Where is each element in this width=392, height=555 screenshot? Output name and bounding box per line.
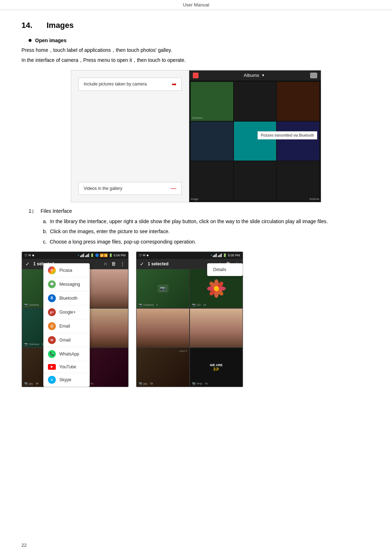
rcell5-mp4: mp4 5 <box>179 349 187 353</box>
ss-thumbnails: Camera firstlook image <box>189 80 321 202</box>
dd-item-youtube[interactable]: ▶ YouTube <box>44 361 89 373</box>
page-header: User Manual <box>0 0 392 10</box>
flower-svg <box>206 278 227 299</box>
more-icon[interactable]: ⋮ <box>120 261 125 266</box>
phone-right-grid: 📷 📷 Camera 2 <box>136 269 243 387</box>
phone-left-status-bar: ▽ ✉ ■ • <box>22 252 128 259</box>
dropdown-arrow: ▼ <box>261 73 265 77</box>
sub-item-b-text: Click on the images, enter the picture t… <box>50 227 170 235</box>
svg-point-9 <box>214 286 219 291</box>
ss-albums-bar: Albums ▼ <box>189 70 321 80</box>
ss-thumb-label-3: firstlook <box>309 197 319 201</box>
sub-item-c-text: Choose a long press image files, pop-up … <box>50 238 196 246</box>
dd-bluetooth-label: Bluetooth <box>59 296 78 301</box>
ss-thumb-2 <box>234 82 276 121</box>
details-label: Details <box>213 267 226 272</box>
section-title: 14. Images <box>21 21 371 30</box>
page-content: 14. Images Open images Press home，touch … <box>0 10 392 402</box>
header-title: User Manual <box>183 2 209 8</box>
google-icon: g+ <box>48 308 56 316</box>
dd-item-picasa[interactable]: P Picasa <box>44 264 89 278</box>
skype-icon: S <box>48 376 56 384</box>
ss-thumb-4 <box>191 122 233 161</box>
status-icons-right-right: • 🔋 5:05 PM <box>211 254 240 257</box>
ss-albums-center: Albums ▼ <box>244 73 265 78</box>
whatsapp-icon: 📞 <box>48 350 56 358</box>
phone-right-cell-4 <box>190 308 243 348</box>
dd-item-gmail[interactable]: M Gmail <box>44 333 89 347</box>
bluetooth-label-text: Pictures transmitted via Bluetooth <box>261 133 314 137</box>
dd-item-messaging[interactable]: 💬 Messaging <box>44 278 89 291</box>
numbered-title-1: 1） Files Interface <box>29 208 371 215</box>
dd-whatsapp-label: WhatsApp <box>59 352 79 357</box>
phone-left: ▽ ✉ ■ • <box>21 251 129 387</box>
details-item[interactable]: Details <box>207 264 242 276</box>
bullet-item-open-images: Open images <box>29 38 371 43</box>
letter-a: a. <box>43 217 47 225</box>
toolbar-check-left: ✓ <box>25 261 30 267</box>
dd-item-whatsapp[interactable]: 📞 WhatsApp <box>44 347 89 361</box>
numbered-section-1: 1） Files Interface a. In the library the… <box>29 208 371 246</box>
phone-left-dropdown: P Picasa 💬 Messaging B Bluetooth <box>43 263 90 387</box>
lettered-item-c: c. Choose a long press image files, pop-… <box>43 238 371 246</box>
para-1: Press home，touch label of applications，t… <box>21 46 371 54</box>
ss-thumb-6: image <box>277 122 319 161</box>
ss-thumb-7 <box>191 161 233 200</box>
albums-title: Albums <box>244 73 259 78</box>
dd-skype-label: Skype <box>59 377 71 382</box>
picasa-icon: P <box>48 266 56 274</box>
youtube-icon: ▶ <box>48 364 56 370</box>
signal-bars-r2 <box>218 254 222 257</box>
status-icons-right-left: ▽ ✉ ■ <box>139 254 148 257</box>
phone-right: ▽ ✉ ■ • <box>136 251 243 387</box>
signal-bars <box>80 254 84 257</box>
ss-thumb-label-1: Camera <box>192 116 202 119</box>
minus-icon: — <box>171 185 176 192</box>
selected-count-right: 1 selected <box>148 261 168 266</box>
camera-placeholder-r: 📷 <box>158 285 168 293</box>
rcell6-label: 📷 bmp 41 <box>192 382 208 385</box>
para-2: In the interface of camera，Press menu to… <box>21 56 371 64</box>
bullet-dot <box>29 39 31 42</box>
sub-item-a-text: In the library the interface, upper righ… <box>50 217 328 225</box>
messaging-icon: 💬 <box>48 280 56 288</box>
cell1-label: 📷 Camera <box>24 303 39 306</box>
gmail-icon: M <box>48 336 56 344</box>
page-footer: 22 <box>21 542 26 548</box>
dd-email-label: Email <box>59 324 70 329</box>
phone-right-status-bar: ▽ ✉ ■ • <box>136 252 243 259</box>
bluetooth-icon: B <box>48 294 56 302</box>
we-are-2j-label: 2J! <box>214 367 219 371</box>
rcell1-label: 📷 Camera 2 <box>139 303 158 306</box>
dd-item-email[interactable]: @ Email <box>44 319 89 333</box>
toolbar-icons-left: ∩ 🗑 ⋮ <box>104 261 125 266</box>
bluetooth-label: Pictures transmitted via Bluetooth <box>258 131 317 139</box>
email-icon: @ <box>48 322 56 330</box>
phone-right-cell-1: 📷 📷 Camera 2 <box>136 269 190 308</box>
phone-right-cell-3 <box>136 308 190 348</box>
ss-left-panel: Include pictures taken by camera ➡ Video… <box>71 70 189 202</box>
trash-icon[interactable]: 🗑 <box>111 261 116 266</box>
cell5-label: 📷 jpg 38 <box>24 382 39 385</box>
signal-bars-2 <box>85 254 89 257</box>
status-icons-left: ▽ ✉ ■ <box>25 254 34 257</box>
ss-label-camera: Include pictures taken by camera ➡ <box>78 78 182 91</box>
signal-bars-r1 <box>213 254 217 257</box>
share-icon[interactable]: ∩ <box>104 261 107 266</box>
toolbar-check-right: ✓ <box>140 261 144 267</box>
dd-youtube-label: YouTube <box>59 364 76 369</box>
toolbar-selected-right: 1 selected <box>148 261 215 266</box>
letter-b: b. <box>43 227 47 235</box>
ss-label-videos-text: Videos in the gallery <box>84 186 122 191</box>
dd-item-skype[interactable]: S Skype <box>44 373 89 387</box>
ss-label-videos: Videos in the gallery — <box>78 182 182 195</box>
cell3-label: 📷 Camera 2 <box>24 343 43 346</box>
ss-label-camera-text: Include pictures taken by camera <box>84 82 147 87</box>
we-are-label: WE ARE <box>210 363 223 367</box>
dd-item-bluetooth[interactable]: B Bluetooth <box>44 291 89 305</box>
camera-btn[interactable] <box>310 73 317 78</box>
open-images-label: Open images <box>35 38 67 43</box>
dd-item-google[interactable]: g+ Google+ <box>44 305 89 319</box>
ss-thumb-8 <box>234 161 276 200</box>
ss-thumb-label-6: image <box>191 197 199 201</box>
